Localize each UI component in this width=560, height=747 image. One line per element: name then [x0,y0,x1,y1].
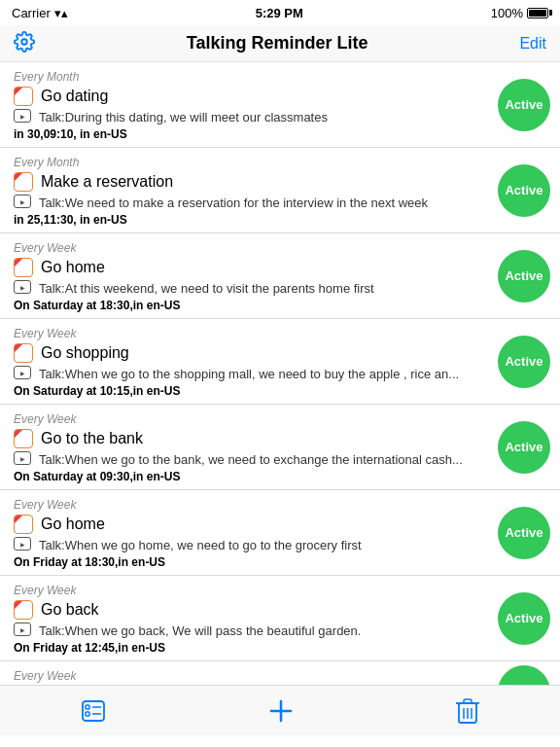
reminder-checkbox[interactable] [14,172,33,192]
reminder-talk-text: Talk:We need to make a reservation for t… [39,196,428,210]
add-button[interactable] [266,696,296,726]
reminder-title-row: Make a reservation Active [14,172,546,192]
svg-rect-2 [86,705,89,709]
reminder-frequency: Every Week [14,241,546,255]
active-badge: Active [498,665,550,685]
talk-icon-inner [14,109,31,123]
reminder-title-row: Go shopping Active [14,343,546,363]
reminder-talk-text: Talk:During this dating, we will meet ou… [39,110,328,124]
reminder-checkbox[interactable] [14,429,33,448]
active-badge: Active [498,79,550,131]
add-icon [266,696,296,726]
reminder-frequency: Every Week [14,412,546,426]
reminder-item[interactable]: Every Week Go home Active Talk:At this w… [0,233,560,319]
reminder-checkbox[interactable] [14,515,33,534]
reminder-checkbox[interactable] [14,600,33,620]
reminder-item[interactable]: Every Month Make a reservation Active Ta… [0,148,560,233]
battery-icon [527,8,548,18]
status-right: 100% [491,6,548,20]
reminder-checkbox[interactable] [14,87,33,106]
reminder-talk-text: Talk:When we go to the bank, we need to … [39,452,463,467]
reminder-item[interactable]: Every Week Go to the bank Active Talk:Wh… [0,405,560,490]
reminder-item[interactable]: Every Month Go dating Active Talk:During… [0,62,560,148]
reminder-talk-text: Talk:When we go to the shopping mall, we… [39,367,459,381]
gear-icon [14,31,35,53]
reminder-frequency: Every Week [14,327,546,340]
trash-icon [455,697,480,725]
talk-icon-inner [14,195,31,208]
talk-icon-inner [14,280,31,294]
talk-icon [14,366,33,381]
talk-icon-inner [14,537,31,551]
reminder-title-row: Go back Active [14,600,546,620]
status-time: 5:29 PM [256,6,303,20]
reminder-frequency: Every Week [14,498,546,512]
talk-icon [14,195,33,210]
reminder-talk-row: Talk:We need to make a reservation for t… [14,195,546,210]
reminder-title-row: Go to the bank Active [14,429,546,448]
reminder-title: Go dating [41,88,546,105]
carrier-label: Carrier [12,6,51,20]
reminder-talk-row: Talk:At this weekend, we need to visit t… [14,280,546,296]
reminder-item[interactable]: Every Week Go shopping Active Talk:When … [0,319,560,405]
reminder-frequency: Every Week [14,669,546,683]
reminder-list-button[interactable] [80,697,107,725]
reminder-list: Every Month Go dating Active Talk:During… [0,62,560,685]
active-badge: Active [498,164,550,217]
reminder-talk-text: Talk:At this weekend, we need to visit t… [39,281,374,296]
reminder-schedule: On Friday at 12:45,in en-US [14,641,546,655]
reminder-talk-row: Talk:When we go back, We will pass the b… [14,622,546,638]
reminder-frequency: Every Week [14,584,546,597]
reminder-title-row: Go dating Active [14,87,546,106]
battery-percentage: 100% [491,6,523,20]
reminder-title: Make a reservation [41,173,546,191]
wifi-icon: ▾▴ [54,6,68,20]
talk-icon [14,622,33,638]
reminder-title-row: Go home Active [14,515,546,534]
talk-icon-inner [14,622,31,636]
active-badge: Active [498,421,550,474]
reminder-frequency: Every Month [14,156,546,169]
svg-rect-4 [86,712,89,716]
status-left: Carrier ▾▴ [12,6,68,20]
edit-button[interactable]: Edit [519,35,546,53]
talk-icon [14,451,33,467]
svg-rect-1 [83,701,104,721]
status-bar: Carrier ▾▴ 5:29 PM 100% [0,0,560,25]
delete-button[interactable] [455,697,480,725]
reminder-item[interactable]: Every Week Go back Active Talk:When we g… [0,576,560,661]
reminder-item[interactable]: Every Week Go home Active Talk:When we g… [0,490,560,576]
svg-point-0 [21,39,27,45]
reminder-checkbox[interactable] [14,343,33,363]
reminder-talk-text: Talk:When we go back, We will pass the b… [39,623,361,638]
talk-icon-inner [14,451,31,465]
reminder-talk-text: Talk:When we go home, we need to go to t… [39,538,362,552]
nav-bar: Talking Reminder Lite Edit [0,25,560,62]
reminder-talk-row: Talk:During this dating, we will meet ou… [14,109,546,124]
bottom-toolbar [0,685,560,735]
reminder-title: Go home [41,516,546,533]
reminder-title: Go back [41,601,546,619]
reminder-item[interactable]: Every Week Active [0,661,560,685]
talk-icon-inner [14,366,31,379]
talk-icon [14,537,33,552]
active-badge: Active [498,507,550,559]
reminder-checkbox[interactable] [14,258,33,277]
reminder-schedule: On Saturday at 10:15,in en-US [14,384,546,398]
reminder-frequency: Every Month [14,70,546,84]
reminder-talk-row: Talk:When we go home, we need to go to t… [14,537,546,552]
nav-title: Talking Reminder Lite [187,33,368,53]
talk-icon [14,109,33,124]
active-badge: Active [498,250,550,302]
active-badge: Active [498,592,550,645]
reminder-title: Go shopping [41,344,546,362]
settings-button[interactable] [14,31,35,55]
reminder-title-row: Go home Active [14,258,546,277]
reminder-talk-row: Talk:When we go to the shopping mall, we… [14,366,546,381]
reminder-schedule: On Saturday at 09:30,in en-US [14,470,546,483]
reminder-title: Go to the bank [41,430,546,447]
reminder-schedule: in 25,11:30, in en-US [14,213,546,227]
svg-rect-10 [464,699,472,703]
active-badge: Active [498,336,550,388]
talk-icon [14,280,33,296]
